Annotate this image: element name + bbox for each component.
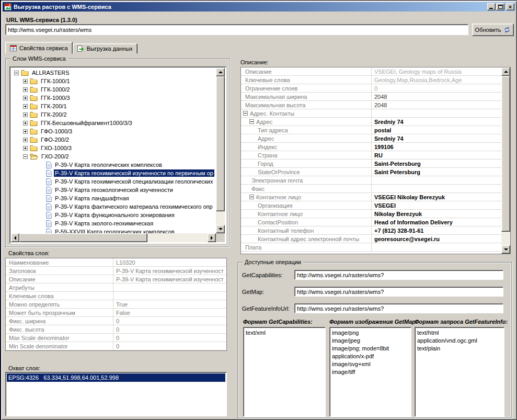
property-row[interactable]: Электронная почта	[241, 176, 501, 185]
property-row[interactable]: ОрганизацияVSEGEI	[241, 201, 501, 210]
tree-item-layer[interactable]: Р-39-V Карта геохимической специализации…	[11, 177, 216, 186]
tree-item-layer[interactable]: Р-39-V Карта ландшафтная	[11, 194, 216, 202]
format-getcapabilities-list[interactable]: text/xml	[243, 327, 326, 417]
property-row[interactable]: Максимальная высота2048	[241, 101, 501, 109]
tree-item-folder[interactable]: ALLRASTERS	[11, 69, 216, 77]
list-item[interactable]: text/plain	[416, 344, 503, 352]
property-row[interactable]: Контактный адрес электронной почтыgeores…	[241, 235, 501, 243]
format-getfeatureinfo-list[interactable]: text/htmlapplication/vnd.ogc.gmltext/pla…	[415, 327, 504, 417]
property-row[interactable]: ContactPositionHead of Information Deliv…	[241, 218, 501, 226]
tree-item-layer[interactable]: Р-39-V Карта геоэкологической изученност…	[11, 186, 216, 194]
expand-icon[interactable]	[23, 129, 28, 134]
property-row[interactable]: Адрес. Контакты	[241, 109, 501, 118]
property-row[interactable]: ЗаголовокР-39-V Карта геохимической изуч…	[6, 267, 226, 275]
tree-item-folder[interactable]: ГФО-200/2	[11, 135, 216, 144]
refresh-button[interactable]: Обновить	[472, 24, 514, 36]
property-row[interactable]: Контактное лицоNikolay Berezyuk	[241, 210, 501, 218]
scroll-down-button[interactable]	[216, 225, 225, 233]
property-row[interactable]: ОписаниеР-39-V Карта геохимической изуче…	[6, 275, 226, 283]
close-button[interactable]: ×	[506, 3, 514, 10]
collapse-icon[interactable]	[23, 154, 28, 159]
tree-vscroll-thumb[interactable]	[216, 76, 225, 211]
list-item[interactable]: application/x-pdf	[331, 352, 410, 360]
tab-data-download[interactable]: Выгрузка данных	[73, 43, 137, 54]
maximize-button[interactable]	[496, 3, 504, 10]
property-row[interactable]: ГородSaint-Petersburg	[241, 160, 501, 168]
list-item[interactable]: image/png	[331, 328, 410, 336]
getfeatureinfourl-input[interactable]	[294, 303, 503, 313]
tree-item-folder[interactable]: ГГК-1000/2	[11, 85, 216, 94]
property-row[interactable]: Ключевые словаGeology,Map,Russia,Bedrock…	[241, 76, 501, 84]
wms-layers-tree[interactable]: ALLRASTERSГГК-1000/1ГГК-1000/2ГГК-1000/3…	[9, 66, 226, 244]
description-vertical-scrollbar[interactable]	[501, 67, 510, 254]
desc-scroll-up-button[interactable]	[501, 67, 510, 76]
tree-item-layer[interactable]: Р-59-XXVIII Карта геологических комплекс…	[11, 228, 216, 233]
property-row[interactable]: Атрибуты	[6, 283, 226, 292]
property-row[interactable]: Максимальная ширина2048	[241, 93, 501, 101]
expand-icon[interactable]	[23, 87, 28, 92]
property-row[interactable]: Можно определятьTrue	[6, 300, 226, 309]
extent-row[interactable]: EPSG:4326 63.334,51.998,64.001,52.998	[7, 373, 225, 382]
tree-item-folder[interactable]: ГГК-1000/3	[11, 94, 216, 102]
tree-item-folder[interactable]: ГХО-1000/3	[11, 144, 216, 152]
property-row[interactable]: Контактное лицоVSEGEI Nikolay Berezyuk	[241, 193, 501, 201]
expand-icon[interactable]	[23, 146, 28, 151]
list-item[interactable]: image/png; mode=8bit	[331, 344, 410, 352]
desc-vscroll-thumb[interactable]	[501, 76, 510, 232]
desc-scroll-down-button[interactable]	[501, 245, 510, 254]
property-row[interactable]: Фикс. ширина0	[6, 317, 226, 325]
tab-service-properties[interactable]: Свойства сервиса	[5, 42, 73, 54]
property-row[interactable]: ОписаниеVSEGEI, Geology maps of Russia	[241, 67, 501, 76]
list-item[interactable]: text/html	[416, 328, 503, 336]
tree-item-folder[interactable]: ГГК-Бесшовныйфрагмент1000/3/3	[11, 119, 216, 127]
property-row[interactable]: Фикс. высота0	[6, 325, 226, 334]
extent-list[interactable]: EPSG:4326 63.334,51.998,64.001,52.998	[5, 372, 227, 416]
tree-item-folder[interactable]: ГГК-1000/1	[11, 77, 216, 85]
property-row[interactable]: Факс	[241, 185, 501, 193]
property-row[interactable]: НаименованиеL10320	[6, 258, 226, 267]
property-row[interactable]: Плата	[241, 243, 501, 252]
tree-item-folder[interactable]: ГГК-200/1	[11, 102, 216, 110]
tree-horizontal-scrollbar[interactable]	[11, 233, 216, 242]
list-item[interactable]: image/svg+xml	[331, 360, 410, 368]
collapse-icon[interactable]	[249, 119, 254, 124]
format-getmap-list[interactable]: image/pngimage/jpegimage/png; mode=8bita…	[329, 327, 411, 417]
list-item[interactable]: application/vnd.ogc.gml	[416, 336, 503, 344]
expand-icon[interactable]	[23, 79, 28, 84]
property-row[interactable]: Тип адресаpostal	[241, 126, 501, 134]
scroll-left-button[interactable]	[11, 233, 19, 242]
property-row[interactable]: Max Scale denominator0	[6, 334, 226, 342]
tree-item-folder[interactable]: ГФО-1000/3	[11, 127, 216, 135]
property-row[interactable]: Контактный телефон+7 (812) 328-91-61	[241, 226, 501, 235]
property-row[interactable]: Ключевые слова	[6, 292, 226, 300]
collapse-icon[interactable]	[249, 195, 254, 199]
titlebar[interactable]: Выгрузка растров с WMS-сервиса ×	[3, 2, 515, 12]
list-item[interactable]: text/xml	[245, 328, 324, 336]
tree-item-folder[interactable]: ГГК-200/2	[11, 110, 216, 119]
list-item[interactable]: image/tiff	[331, 368, 410, 376]
property-row[interactable]: StateOrProvinceSaint Petersburg	[241, 168, 501, 176]
expand-icon[interactable]	[23, 112, 28, 117]
collapse-icon[interactable]	[243, 111, 248, 116]
tree-hscroll-thumb[interactable]	[19, 233, 147, 242]
collapse-icon[interactable]	[14, 71, 19, 75]
scroll-up-button[interactable]	[216, 68, 225, 76]
property-row[interactable]: Ограничение слоев0	[241, 84, 501, 93]
tree-vertical-scrollbar[interactable]	[216, 68, 225, 233]
property-row[interactable]: СтранаRU	[241, 151, 501, 160]
expand-icon[interactable]	[23, 138, 28, 142]
tree-item-layer[interactable]: Р-39-V Карта геологических комплексов	[11, 161, 216, 169]
tree-item-layer[interactable]: Р-39-V Карта функционального зонирования	[11, 211, 216, 219]
property-row[interactable]: Min Scale denominator0	[6, 342, 226, 350]
url-input[interactable]	[5, 24, 468, 35]
property-row[interactable]: Может быть прозрачнымFalse	[6, 309, 226, 317]
property-row[interactable]: АдресSredniy 74	[241, 134, 501, 143]
property-row[interactable]: Индекс199106	[241, 143, 501, 151]
expand-icon[interactable]	[23, 104, 28, 109]
minimize-button[interactable]	[487, 3, 496, 10]
tree-item-layer[interactable]: Р-39-V Карта фактического материала геох…	[11, 202, 216, 211]
getcapabilities-input[interactable]	[294, 270, 503, 280]
property-row[interactable]: АдресSredniy 74	[241, 118, 501, 126]
getmap-input[interactable]	[294, 287, 503, 297]
scroll-right-button[interactable]	[208, 233, 216, 242]
